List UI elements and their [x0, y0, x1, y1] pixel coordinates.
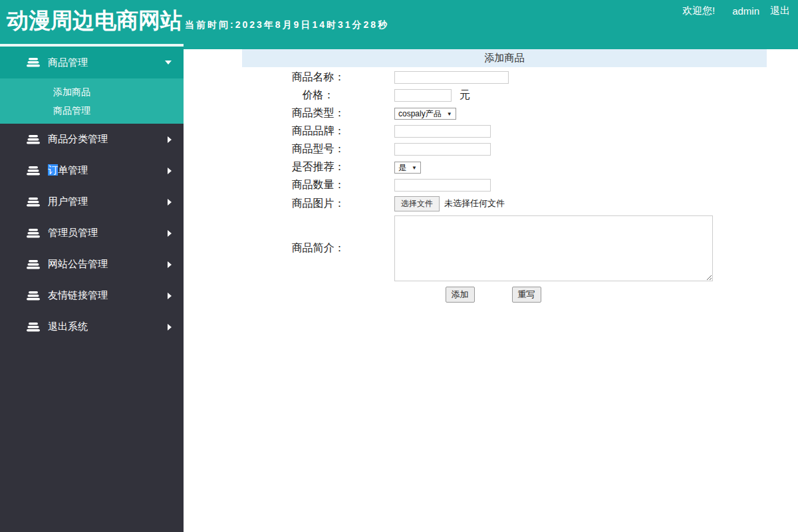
caret-right-icon: [168, 261, 172, 268]
caret-right-icon: [168, 324, 172, 331]
sidebar-item-category-mgmt[interactable]: 商品分类管理: [0, 124, 184, 155]
model-label: 商品型号：: [242, 140, 394, 158]
form-row-model: 商品型号：: [242, 140, 767, 158]
main-content: 添加商品 商品名称： 价格： 元 商品类型： cospaly产品 ▼ 商品品牌：: [184, 49, 798, 532]
price-label: 价格：: [242, 86, 394, 104]
stack-icon: [27, 259, 40, 270]
product-type-label: 商品类型：: [242, 104, 394, 122]
product-type-select[interactable]: cospaly产品 ▼: [394, 108, 456, 120]
sidebar-item-links-mgmt[interactable]: 友情链接管理: [0, 280, 184, 311]
stack-icon: [27, 197, 40, 207]
form-row-description: 商品简介：: [242, 213, 767, 283]
caret-right-icon: [168, 199, 172, 205]
quantity-label: 商品数量：: [242, 176, 394, 194]
sidebar: 商品管理 添加商品 商品管理 商品分类管理 订单管理: [0, 44, 184, 532]
add-button[interactable]: 添加: [446, 287, 475, 303]
recommend-value: 是: [398, 162, 406, 174]
product-name-input[interactable]: [394, 71, 509, 84]
username-link[interactable]: admin: [732, 5, 759, 17]
form-row-image: 商品图片： 选择文件未选择任何文件: [242, 194, 767, 213]
form-row-type: 商品类型： cospaly产品 ▼: [242, 104, 767, 122]
caret-right-icon: [168, 293, 172, 299]
sidebar-item-admin-mgmt[interactable]: 管理员管理: [0, 217, 184, 249]
stack-icon: [27, 322, 40, 332]
sidebar-item-label: 商品分类管理: [48, 133, 108, 146]
sidebar-item-label: 管理员管理: [48, 227, 98, 239]
price-unit: 元: [460, 89, 470, 100]
brand-input[interactable]: [394, 125, 491, 138]
form-row-recommend: 是否推荐： 是 ▼: [242, 158, 767, 176]
caret-right-icon: [168, 168, 172, 174]
app-title: 动漫周边电商网站: [7, 6, 182, 36]
caret-right-icon: [168, 136, 172, 143]
dropdown-arrow-icon: ▼: [412, 165, 417, 171]
sidebar-item-label: 退出系统: [48, 321, 88, 333]
recommend-label: 是否推荐：: [242, 158, 394, 176]
brand-label: 商品品牌：: [242, 122, 394, 140]
sidebar-item-label: 网站公告管理: [48, 258, 108, 271]
description-label: 商品简介：: [242, 213, 394, 283]
form-row-name: 商品名称：: [242, 68, 767, 86]
form-row-quantity: 商品数量：: [242, 176, 767, 194]
sidebar-item-user-mgmt[interactable]: 用户管理: [0, 186, 184, 217]
quantity-input[interactable]: [394, 179, 491, 192]
stack-icon: [27, 166, 40, 176]
reset-button[interactable]: 重写: [512, 287, 541, 303]
caret-right-icon: [168, 230, 172, 237]
price-input[interactable]: [394, 89, 452, 102]
choose-file-button[interactable]: 选择文件: [394, 196, 440, 211]
product-name-label: 商品名称：: [242, 68, 394, 86]
stack-icon: [27, 134, 40, 145]
welcome-text: 欢迎您!: [682, 5, 715, 17]
sidebar-item-label-rest: 单管理: [58, 164, 88, 176]
sidebar-item-label: 用户管理: [48, 196, 88, 208]
description-textarea[interactable]: [394, 215, 713, 281]
recommend-select[interactable]: 是 ▼: [394, 162, 421, 174]
sidebar-item-label: 友情链接管理: [48, 289, 108, 302]
add-product-form: 商品名称： 价格： 元 商品类型： cospaly产品 ▼ 商品品牌： 商品型号…: [242, 68, 767, 283]
panel-title: 添加商品: [242, 49, 767, 67]
form-row-price: 价格： 元: [242, 86, 767, 104]
model-input[interactable]: [394, 143, 491, 156]
stack-icon: [27, 291, 40, 301]
form-actions: 添加 重写: [242, 287, 767, 303]
submenu-item-product-mgmt[interactable]: 商品管理: [0, 101, 184, 120]
sidebar-item-label: 商品管理: [48, 57, 88, 69]
dropdown-arrow-icon: ▼: [447, 111, 452, 117]
file-status-text: 未选择任何文件: [444, 198, 505, 208]
submenu-item-add-product[interactable]: 添加商品: [0, 82, 184, 101]
sidebar-item-notice-mgmt[interactable]: 网站公告管理: [0, 249, 184, 280]
logout-link[interactable]: 退出: [770, 5, 790, 17]
user-bar: 欢迎您! admin 退出: [682, 5, 790, 17]
image-label: 商品图片：: [242, 194, 394, 213]
selected-text: 订: [48, 164, 58, 176]
product-mgmt-submenu: 添加商品 商品管理: [0, 78, 184, 124]
sidebar-item-order-mgmt[interactable]: 订单管理: [0, 155, 184, 186]
form-row-brand: 商品品牌：: [242, 122, 767, 140]
sidebar-item-product-mgmt[interactable]: 商品管理: [0, 47, 184, 78]
app-header: 动漫周边电商网站 当前时间:2023年8月9日14时31分28秒 欢迎您! ad…: [0, 0, 798, 49]
product-type-value: cospaly产品: [398, 108, 442, 120]
sidebar-item-logout[interactable]: 退出系统: [0, 311, 184, 342]
sidebar-item-label: 订单管理: [48, 164, 88, 177]
stack-icon: [27, 57, 40, 68]
caret-down-icon: [165, 61, 172, 65]
current-time: 当前时间:2023年8月9日14时31分28秒: [185, 19, 389, 31]
stack-icon: [27, 228, 40, 239]
